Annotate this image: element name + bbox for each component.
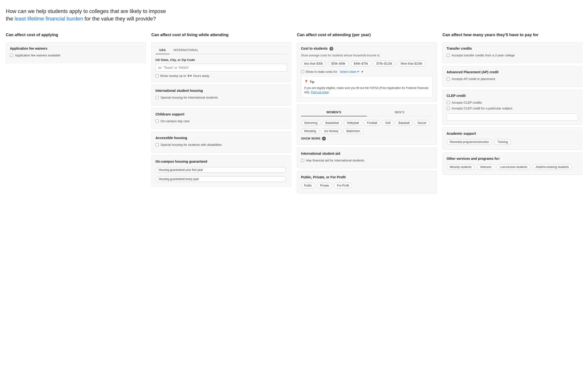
in-state-label: Show in-state costs for <box>305 70 337 73</box>
sports-card: WOMEN'S MEN'S Swimming Basketball Volley… <box>297 105 437 145</box>
show-nearby-row: Show nearby up to 5 ▾ hours away <box>156 74 287 78</box>
clep-label: Accepts CLEP credits <box>452 101 482 105</box>
intl-aid-card: International student aid Has financial … <box>297 148 437 168</box>
accessible-label: Special housing for students with disabi… <box>161 143 222 147</box>
ap-label: Accepts AP credit or placement <box>452 77 495 81</box>
sport-golf[interactable]: Golf <box>382 120 394 126</box>
tip-header: 📍 Tip <box>304 79 430 84</box>
accessible-housing-title: Accessible housing <box>156 136 287 140</box>
highlight-link[interactable]: least lifetime financial burden <box>15 16 83 22</box>
chip-first-year[interactable]: Housing guaranteed your first year <box>156 167 286 173</box>
tip-title: Tip <box>310 80 314 84</box>
clep-credit-card: CLEP credit Accepts CLEP credits Accepts… <box>442 90 582 125</box>
sport-swimming[interactable]: Swimming <box>301 120 321 126</box>
sport-soccer[interactable]: Soccer <box>414 120 430 126</box>
transfer-checkbox[interactable] <box>447 54 450 57</box>
tab-usa[interactable]: USA <box>156 47 170 54</box>
question-suffix: for the value they will provide? <box>83 16 156 22</box>
state-select[interactable]: Select state <box>339 70 360 74</box>
public-private-chips: Public Private For-Profit <box>301 182 433 189</box>
clep-subject-checkbox[interactable] <box>447 107 450 110</box>
in-state-row: Show in-state costs for Select state ▾ <box>301 70 433 74</box>
ap-checkbox[interactable] <box>447 77 450 81</box>
sport-volleyball[interactable]: Volleyball <box>344 120 362 126</box>
sport-ice-hockey[interactable]: Ice Hockey <box>321 128 342 134</box>
show-nearby-checkbox[interactable] <box>156 74 159 77</box>
income-chip-75-110[interactable]: $75k–$110k <box>373 61 395 67</box>
clep-checkbox[interactable] <box>447 101 450 104</box>
sport-basketball[interactable]: Basketball <box>322 120 342 126</box>
cost-help-icon[interactable]: ? <box>329 47 333 51</box>
academic-support-title: Academic support <box>447 132 578 135</box>
income-chips: less than $30k $30k–$48k $48k–$75k $75k–… <box>301 60 433 67</box>
chip-remedial[interactable]: Remedial programs/instruction <box>447 139 492 145</box>
daycare-label: On-campus day care <box>161 119 190 123</box>
sport-badminton[interactable]: Badminton <box>343 128 363 134</box>
location-tabs: USA INTERNATIONAL <box>156 47 287 54</box>
page-header: How can we help students apply to colleg… <box>6 8 170 23</box>
pin-icon: 📍 <box>304 79 308 84</box>
tab-mens[interactable]: MEN'S <box>367 109 433 116</box>
other-services-chips: Minority students Veterans Low-income st… <box>447 163 578 171</box>
tip-box: 📍 Tip If you are legally eligible, make … <box>301 76 433 98</box>
ap-credit-card: Advanced Placement (AP) credit Accepts A… <box>442 66 582 87</box>
public-private-title: Public, Private, or For Profit <box>301 175 433 179</box>
sport-baseball[interactable]: Baseball <box>395 120 413 126</box>
location-input[interactable] <box>156 64 287 71</box>
column-attending: Can affect cost of attending (per year) … <box>297 32 437 196</box>
cost-students-title: Cost to students ? <box>301 47 433 51</box>
page-title: How can we help students apply to colleg… <box>6 8 170 23</box>
chip-for-profit[interactable]: For-Profit <box>334 183 352 188</box>
chip-minority[interactable]: Minority students <box>447 164 475 170</box>
clep-subject-row: Accepts CLEP credit for a particular sub… <box>447 106 578 111</box>
income-chip-100k[interactable]: More than $100k <box>398 61 425 67</box>
intl-housing-checkbox[interactable] <box>156 96 159 99</box>
column-applying: Can affect cost of applying Application … <box>6 32 146 66</box>
show-more-label: SHOW MORE <box>301 137 321 140</box>
location-card: USA INTERNATIONAL US State, City, or Zip… <box>151 42 291 82</box>
chip-public[interactable]: Public <box>301 183 315 188</box>
sport-football[interactable]: Football <box>364 120 380 126</box>
tab-womens[interactable]: WOMEN'S <box>301 109 367 116</box>
income-chip-30-48[interactable]: $30k–$48k <box>328 61 348 67</box>
intl-aid-title: International student aid <box>301 152 433 155</box>
clep-credit-title: CLEP credit <box>447 94 578 98</box>
public-private-card: Public, Private, or For Profit Public Pr… <box>297 171 437 193</box>
childcare-card: Childcare support On-campus day care <box>151 108 291 129</box>
clep-subject-input[interactable] <box>447 113 578 121</box>
intl-aid-row: Has financial aid for international stud… <box>301 158 433 163</box>
transfer-row: Accepts transfer credits from a 2-year c… <box>447 53 578 58</box>
fee-waiver-label: Application fee waivers available <box>15 53 60 58</box>
accessible-row: Special housing for students with disabi… <box>156 143 287 147</box>
chip-private[interactable]: Private <box>317 183 332 188</box>
academic-chips: Remedial programs/instruction Tutoring <box>447 138 578 146</box>
chip-low-income[interactable]: Low-income students <box>497 164 530 170</box>
fee-waivers-card: Application fee waivers Application fee … <box>6 42 146 63</box>
in-state-checkbox[interactable] <box>301 70 304 73</box>
chip-veterans[interactable]: Veterans <box>477 164 494 170</box>
ap-credit-title: Advanced Placement (AP) credit <box>447 70 578 74</box>
info-icon: ● <box>322 137 326 141</box>
chip-every-year[interactable]: Housing guaranteed every year <box>156 176 286 182</box>
fee-waiver-checkbox[interactable] <box>10 54 13 57</box>
transfer-credits-card: Transfer credits Accepts transfer credit… <box>442 42 582 63</box>
academic-support-card: Academic support Remedial programs/instr… <box>442 128 582 150</box>
accessible-checkbox[interactable] <box>156 143 159 146</box>
chevron-down-icon[interactable]: ▾ <box>190 74 192 78</box>
show-more-button[interactable]: SHOW MORE ● <box>301 137 433 141</box>
intl-housing-row: Special housing for international studen… <box>156 95 287 100</box>
tab-international[interactable]: INTERNATIONAL <box>169 47 202 54</box>
sport-wrestling[interactable]: Wrestling <box>301 128 319 134</box>
oncampus-chips: Housing guaranteed your first year Housi… <box>156 166 287 183</box>
tip-link[interactable]: Find out more <box>311 91 329 94</box>
intl-aid-checkbox[interactable] <box>301 159 304 162</box>
chip-adult[interactable]: Adult/re-entering students <box>533 164 572 170</box>
accessible-housing-card: Accessible housing Special housing for s… <box>151 132 291 152</box>
clep-subject-label: Accepts CLEP credit for a particular sub… <box>452 106 513 111</box>
sports-chips: Swimming Basketball Volleyball Football … <box>301 119 433 135</box>
daycare-checkbox[interactable] <box>156 120 159 123</box>
income-chip-30k[interactable]: less than $30k <box>301 61 326 67</box>
other-services-card: Other services and programs for: Minorit… <box>442 152 582 175</box>
chip-tutoring[interactable]: Tutoring <box>494 139 511 145</box>
income-chip-48-75[interactable]: $48k–$75k <box>351 61 371 67</box>
